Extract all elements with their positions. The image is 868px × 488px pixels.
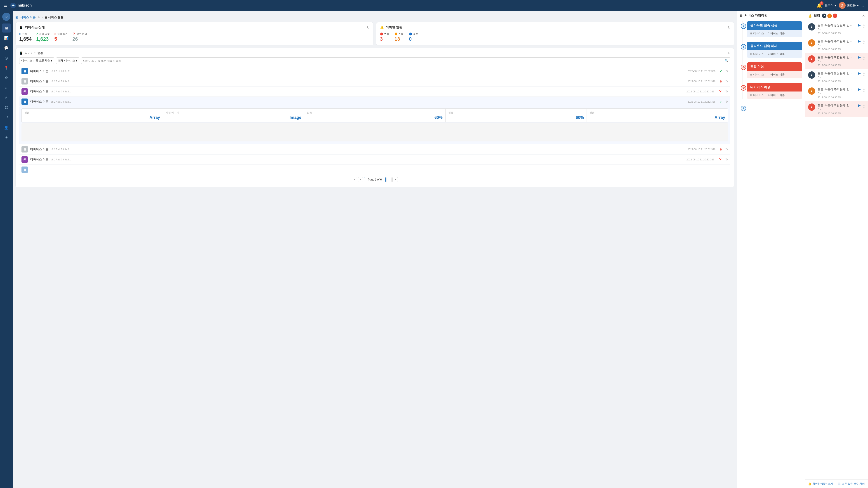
sidebar-item-home[interactable]: ⌂: [2, 83, 11, 92]
table-row[interactable]: ▦ 디바이스 이름 b8:27:eb:73:9e:61 2022-08-10 1…: [19, 66, 730, 76]
timeline-card-body: ⊞ 디바이스 디바이스 이름: [747, 92, 802, 99]
alarm-arrow-icon[interactable]: ▶: [858, 71, 861, 75]
breadcrumb-edit-icon[interactable]: ✎: [37, 16, 40, 19]
alarm-status-refresh[interactable]: ↻: [727, 26, 730, 29]
sidebar-item-dashboard[interactable]: ⊞: [2, 24, 11, 33]
expanded-chart-area: [22, 123, 728, 141]
close-button[interactable]: ✕: [862, 14, 865, 18]
process-all-button[interactable]: ☰ 모든 알람 확인처리: [838, 482, 865, 486]
logo-text: nubison: [18, 3, 32, 7]
table-row[interactable]: ▦ 디바이스 이름 b8:27:eb:73:9e:61 2022-08-10 1…: [19, 76, 730, 87]
sync-icon[interactable]: ↻: [725, 100, 728, 103]
process-all-icon: ☰: [838, 482, 841, 486]
breadcrumb-current: ⊞ 서비스 현황: [44, 15, 64, 20]
alarm-filter-orange[interactable]: 🔶: [827, 13, 832, 18]
user-menu[interactable]: 홍 홍길동 ▾: [839, 2, 859, 9]
top-navigation: ☰ nubison 🔔 6 한국어 ▾ 홍 홍길동 ▾ ⛶: [0, 0, 868, 11]
cell-value: 60%: [448, 115, 584, 120]
alarm-arrow-icon[interactable]: ▶: [858, 55, 861, 59]
device-name: 디바이스 이름: [30, 100, 49, 103]
language-selector[interactable]: 한국어 ▾: [825, 3, 836, 7]
alarm-filter-red[interactable]: 🔴: [833, 13, 837, 18]
table-row[interactable]: ▦ 디바이스 이름 b8:27:eb:73:9e:61 2022-08-10 1…: [19, 144, 730, 155]
breadcrumb-service-name[interactable]: 서비스 이름: [20, 15, 36, 20]
view-alarms-label: 확인한 알람 보기: [812, 482, 833, 486]
pagination-prev[interactable]: ‹: [358, 177, 363, 182]
alarm-panel-title: 알람: [814, 14, 820, 18]
alarm-collapse-icon[interactable]: ∨: [863, 90, 865, 93]
sync-icon[interactable]: ↻: [725, 79, 728, 83]
device-list-title: 디바이스 현황: [25, 51, 43, 55]
sync-icon[interactable]: ↻: [725, 69, 728, 73]
status-error-icon: ⊖: [719, 79, 722, 83]
view-alarms-button[interactable]: 🔔 확인한 알람 보기: [808, 482, 833, 486]
alarm-expand-icon[interactable]: ∧: [863, 103, 865, 106]
alarm-warning: 🟠 주의 13: [395, 32, 403, 42]
device-icon: ▦: [22, 98, 28, 105]
sidebar-item-target[interactable]: ◎: [2, 53, 11, 62]
alarm-arrow-icon[interactable]: ▶: [858, 88, 861, 91]
device-time: 2022-08-10 11:20:32.326: [686, 158, 714, 161]
timeline-dot-danger: ⚙: [741, 65, 746, 70]
alarm-expand-icon[interactable]: ∧: [863, 55, 865, 58]
table-row[interactable]: Ai 디바이스 이름 b8:27:eb:73:9e:61 2022-08-10 …: [19, 155, 730, 165]
sync-icon[interactable]: ↻: [725, 158, 728, 161]
device-list-refresh[interactable]: ↻: [728, 52, 730, 55]
sidebar-item-share[interactable]: ⑃: [2, 93, 11, 102]
alarm-entry-icon: 🌡: [808, 103, 815, 111]
search-input[interactable]: [83, 59, 723, 62]
device-name: 디바이스 이름: [30, 90, 49, 93]
sidebar-item-chat[interactable]: 💬: [2, 43, 11, 53]
alarm-filter-dark[interactable]: ✔: [822, 13, 827, 18]
table-row[interactable]: ▦: [19, 165, 730, 175]
search-button[interactable]: 🔍: [725, 59, 728, 62]
pagination-next[interactable]: ›: [386, 177, 392, 182]
alarm-danger-value: 3: [380, 36, 389, 42]
alarm-arrow-icon[interactable]: ▶: [858, 39, 861, 43]
breadcrumb: ⊞ 서비스 이름 ✎ › ⊞ 서비스 현황: [16, 13, 734, 22]
alarm-collapse-icon[interactable]: ∨: [863, 106, 865, 109]
expanded-cell: 진동 Array: [22, 109, 163, 122]
alarm-expand-icon[interactable]: ∧: [863, 39, 865, 42]
sidebar-item-code[interactable]: ⛓: [2, 103, 11, 112]
device-name: 디바이스 이름: [30, 158, 49, 161]
alarm-time: 2019-08-10 16:36:15: [817, 64, 856, 67]
table-row[interactable]: Ai 디바이스 이름 b8:27:eb:73:9e:61 2022-08-10 …: [19, 87, 730, 97]
sidebar-item-settings[interactable]: ⚙: [2, 73, 11, 82]
alarm-collapse-icon[interactable]: ∨: [863, 26, 865, 29]
menu-icon[interactable]: ☰: [4, 3, 7, 8]
notification-bell[interactable]: 🔔 6: [816, 3, 822, 8]
alarm-collapse-icon[interactable]: ∨: [863, 42, 865, 45]
filter-row: 디바이스 이름 오름차순 ▾ 전체 디바이스 ▾ 🔍: [19, 57, 730, 64]
sidebar-item-certificate[interactable]: ✦: [2, 133, 11, 142]
alarm-expand-icon[interactable]: ∧: [863, 71, 865, 74]
timeline-device-value: 디바이스 이름: [768, 73, 784, 76]
pagination-first[interactable]: «: [352, 177, 358, 182]
sync-icon[interactable]: ↻: [725, 90, 728, 93]
user-name: 홍길동: [847, 3, 856, 7]
sidebar-item-user[interactable]: 👤: [2, 123, 11, 132]
sort-selector[interactable]: 디바이스 이름 오름차순 ▾: [19, 57, 54, 64]
device-status-refresh[interactable]: ↻: [367, 26, 370, 29]
sync-icon[interactable]: ↻: [725, 148, 728, 151]
alarm-time: 2019-08-10 16:36:15: [817, 80, 856, 83]
alarm-arrow-icon[interactable]: ▶: [858, 23, 861, 27]
alarm-expand-icon[interactable]: ∧: [863, 88, 865, 90]
alarm-entry-icon: 🌡: [808, 71, 815, 78]
sidebar-item-shield[interactable]: 🛡: [2, 113, 11, 122]
filter-selector[interactable]: 전체 디바이스 ▾: [56, 57, 79, 64]
fullscreen-icon[interactable]: ⛶: [862, 4, 864, 7]
sort-arrow-icon: ▾: [51, 59, 52, 62]
alarm-collapse-icon[interactable]: ∨: [863, 74, 865, 77]
alarm-arrow-icon[interactable]: ▶: [858, 103, 861, 107]
device-time: 2022-08-10 11:20:32.326: [686, 90, 714, 93]
cards-row: 📱 디바이스 상태 ↻ ⊞ 전체 1,654 ✔: [16, 22, 734, 45]
table-row[interactable]: ▦ 디바이스 이름 b8:27:eb:73:9e:61 2022-08-10 1…: [19, 97, 730, 107]
sidebar-item-location[interactable]: 📍: [2, 63, 11, 72]
alarm-collapse-icon[interactable]: ∨: [863, 58, 865, 61]
sidebar-item-monitor[interactable]: 📊: [2, 33, 11, 42]
alarm-expand-icon[interactable]: ∧: [863, 23, 865, 26]
pagination-last[interactable]: »: [393, 177, 398, 182]
device-info: 디바이스 이름 b8:27:eb:73:9e:61: [30, 147, 71, 151]
alarm-entry-icon: 🌡: [808, 23, 815, 31]
